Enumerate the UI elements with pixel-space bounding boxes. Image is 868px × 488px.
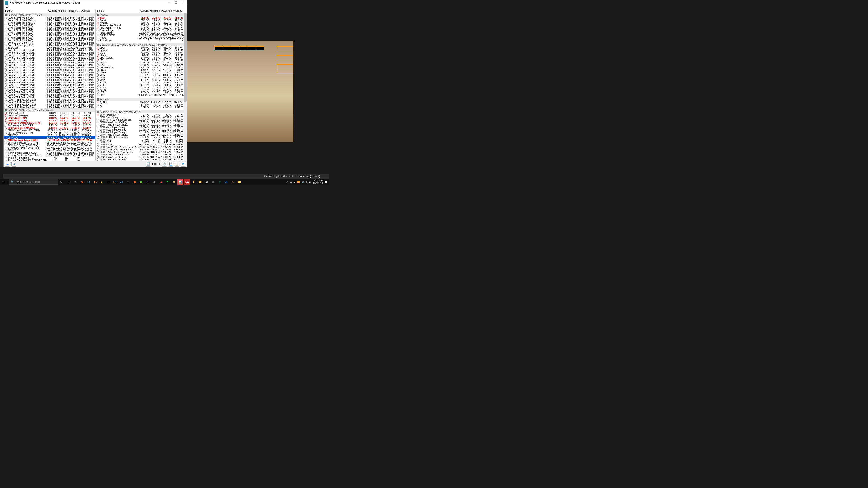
- sensor-row[interactable]: GPU Power28.122 W28.122 W30.398 W28.909 …: [96, 143, 187, 146]
- sensor-row[interactable]: GPU PCIe +12V Input Voltage12.258 V12.25…: [96, 119, 187, 121]
- sensor-row[interactable]: Core 7 T0 Effective Clock4,400.0 MHz4,40…: [4, 84, 95, 86]
- sensor-row[interactable]: Core 5 T0 Effective Clock4,400.0 MHz4,40…: [4, 74, 95, 76]
- col-header[interactable]: Average: [81, 9, 92, 13]
- sensor-row[interactable]: CPU SoC Power (SVI2 TFN)18.566 W18.566 W…: [4, 144, 95, 147]
- titlebar[interactable]: HWiNFO64 v6.34-4300 Sensor Status [159 v…: [4, 0, 187, 5]
- tray-icon[interactable]: ☁: [290, 181, 292, 183]
- col-sensor[interactable]: Sensor: [96, 9, 138, 13]
- sensor-row[interactable]: Core 1 T0 Effective Clock4,400.0 MHz4,40…: [4, 54, 95, 56]
- col-header[interactable]: Maximum: [69, 9, 81, 13]
- sensor-row[interactable]: CPU3,498 RPM3,488 RPM3,498 RPM3,496 RPM: [96, 94, 187, 96]
- sensor-row[interactable]: Flow1199.100 L/h198.300 L/h199.700 L/h19…: [96, 36, 187, 39]
- settings-button[interactable]: ✖: [181, 162, 186, 166]
- sensor-row[interactable]: 3VSB3.324 V3.324 V3.328 V3.327 V: [96, 86, 187, 89]
- sensor-row[interactable]: Core 5 T1 Effective Clock4,400.0 MHz4,40…: [4, 76, 95, 78]
- sensor-row[interactable]: GPU FBVDD Input Power (sum)8.960 W8.664 …: [96, 151, 187, 153]
- sensor-row[interactable]: CPU EDC225.882 A225.793 A226.435 A225.98…: [4, 136, 95, 139]
- sensor-row[interactable]: Core 3 T1 Effective Clock4,400.0 MHz4,40…: [4, 66, 95, 69]
- sensor-row[interactable]: VIN60.820 V0.820 V0.822 V0.821 V: [96, 76, 187, 78]
- expand-button[interactable]: ⇄: [5, 162, 10, 166]
- taskbar-app[interactable]: ≡: [171, 179, 177, 185]
- taskbar-app[interactable]: 📁: [197, 179, 203, 185]
- taskbar-app[interactable]: 📊: [178, 179, 183, 185]
- sensor-row[interactable]: CPU CCD2 (Tdie)57.3 °C55.5 °C57.3 °C56.5…: [4, 119, 95, 122]
- taskbar-app[interactable]: ✎: [125, 179, 131, 185]
- sensor-row[interactable]: CPU PPT148.158 W146.550 W148.158 W147.48…: [4, 149, 95, 151]
- tray-icon[interactable]: ᐱ: [286, 181, 288, 183]
- sensor-row[interactable]: AVSB3.324 V3.324 V3.328 V3.327 V: [96, 89, 187, 91]
- taskbar-app[interactable]: Ps: [112, 179, 118, 185]
- sensor-row[interactable]: Fan2 Voltage12.170 V12.160 V12.170 V12.1…: [96, 31, 187, 34]
- sensor-row[interactable]: Core 4 T1 Effective Clock4,400.0 MHz4,40…: [4, 71, 95, 74]
- sensor-row[interactable]: V24.095 V4.095 V4.095 V4.095 V: [96, 106, 187, 108]
- sensor-row[interactable]: Vcore1.240 V1.240 V1.240 V1.240 V: [96, 71, 187, 74]
- taskbar-app[interactable]: ◎: [119, 179, 124, 185]
- taskbar-app[interactable]: z: [164, 179, 170, 185]
- sensor-row[interactable]: V11.056 V1.056 V1.056 V1.056 V: [96, 103, 187, 106]
- sensor-row[interactable]: Core 1 Clock (perf #10/11)4,400.3 MHz4,4…: [4, 19, 95, 22]
- sensor-row[interactable]: GPU 8-pin #2 Input Power7.643 W7.561 W9.…: [96, 158, 187, 161]
- sensor-row[interactable]: Core 9 T0 Effective Clock4,400.0 MHz4,40…: [4, 94, 95, 96]
- tray-icon[interactable]: 🔊: [302, 181, 304, 183]
- taskbar-app[interactable]: ●: [99, 179, 105, 185]
- sensor-row[interactable]: CPU NB/SoC1.174 V1.174 V1.174 V1.174 V: [96, 66, 187, 69]
- col-header[interactable]: Current: [138, 9, 150, 13]
- sensor-row[interactable]: GPU 8-pin #2 Input Voltage12.229 V12.229…: [96, 123, 187, 126]
- sensor-row[interactable]: SoC Voltage (SVI2 TFN)1.131 V1.131 V1.13…: [4, 124, 95, 127]
- sensor-row[interactable]: GPU Core Voltage0.731 V0.731 V0.731 V0.7…: [96, 116, 187, 119]
- sensor-row[interactable]: GPU Misc3 Input Voltage12.258 V12.258 V1…: [96, 131, 187, 133]
- sensor-row[interactable]: GPU Core (NVVDD) Input Power (sum)11.082…: [96, 146, 187, 148]
- sensor-row[interactable]: Inlet25.0 °C25.0 °C25.0 °C25.0 °C: [96, 17, 187, 19]
- sensor-row[interactable]: +12V12.288 V12.264 V12.288 V12.283 V: [96, 61, 187, 64]
- sensor-row[interactable]: Outlet25.3 °C25.3 °C25.3 °C25.3 °C: [96, 19, 187, 22]
- taskbar-app[interactable]: ▦: [138, 179, 144, 185]
- sensor-row[interactable]: Fan Amplifier Temp123.8 °C23.7 °C23.9 °C…: [96, 24, 187, 26]
- sensor-row[interactable]: GPU Fan10 RPM0 RPM0 RPM0 RPM: [96, 138, 187, 141]
- clock-button[interactable]: 🕐: [162, 162, 167, 166]
- sensor-row[interactable]: MOS41.0 °C40.0 °C41.0 °C40.6 °C: [96, 51, 187, 54]
- sensor-row[interactable]: CPU Socket37.0 °C36.0 °C37.0 °C36.8 °C: [96, 56, 187, 59]
- sensor-row[interactable]: Fan Amplifier Temp223.8 °C23.7 °C23.9 °C…: [96, 26, 187, 29]
- tray-icon[interactable]: 📶: [297, 181, 300, 183]
- sensor-row[interactable]: Core 0 T1 Effective Clock4,400.0 MHz4,40…: [4, 51, 95, 54]
- sensor-row[interactable]: Core 6 T1 Effective Clock4,400.0 MHz4,40…: [4, 81, 95, 84]
- sensor-row[interactable]: Core 6 Clock (perf #7/8)4,400.3 MHz4,400…: [4, 31, 95, 34]
- sensor-row[interactable]: CPU TDC95.611 A94.564 A95.611 A95.165 A: [4, 134, 95, 136]
- sensor-row[interactable]: CPU Core Power (SVI2 TFN)114.241 W110.47…: [4, 141, 95, 144]
- col-header[interactable]: Minimum: [58, 9, 69, 13]
- sensor-group[interactable]: CPU [#0]: AMD Ryzen 9 3900XT: [4, 13, 95, 17]
- taskbar-app[interactable]: ◉: [79, 179, 85, 185]
- tray-icon[interactable]: ●: [294, 181, 295, 183]
- sensor-row[interactable]: VTT1.834 V1.834 V1.836 V1.836 V: [96, 84, 187, 86]
- sensor-row[interactable]: VIN71.536 V1.536 V1.538 V1.538 V: [96, 78, 187, 81]
- sensor-row[interactable]: Core 8 T1 Effective Clock4,400.0 MHz4,40…: [4, 91, 95, 94]
- sensor-row[interactable]: Core 4 Clock (perf #2/9)4,400.3 MHz4,400…: [4, 26, 95, 29]
- sensor-row[interactable]: Core+SoC Power (SVI2 TFN)132.806 W129.04…: [4, 147, 95, 149]
- sensor-row[interactable]: +5V5.040 V5.040 V5.040 V5.040 V: [96, 64, 187, 66]
- col-header[interactable]: Minimum: [150, 9, 161, 13]
- sensor-row[interactable]: GPU Misc2 Input Voltage12.261 V12.260 V1…: [96, 128, 187, 131]
- sensor-row[interactable]: GPU Temperature37 °C37 °C38 °C37 °C: [96, 113, 187, 116]
- sensor-row[interactable]: Core 2 T1 Effective Clock4,400.0 MHz4,40…: [4, 61, 95, 64]
- sensor-row[interactable]: T_SEN1216.0 °C216.0 °C216.0 °C216.0 °C: [96, 101, 187, 103]
- col-header[interactable]: Current: [46, 9, 58, 13]
- sensor-row[interactable]: Core 3 Clock (perf #1/2)4,400.3 MHz4,400…: [4, 24, 95, 26]
- taskbar-app[interactable]: ✉: [86, 179, 92, 185]
- collapse-button[interactable]: ⇉: [11, 162, 16, 166]
- sensor-row[interactable]: Core 11 Clock (perf #5/5)4,400.3 MHz4,40…: [4, 44, 95, 46]
- sensor-row[interactable]: GPU 8-pin #3 Input Voltage12.263 V12.263…: [96, 133, 187, 136]
- col-header[interactable]: Average: [173, 9, 184, 13]
- sensor-row[interactable]: VIN50.896 V0.896 V0.898 V0.897 V: [96, 74, 187, 76]
- sensor-row[interactable]: PUMP SPEED3,783 RPM3,783 RPM3,783 RPM3,7…: [96, 34, 187, 36]
- taskbar-app[interactable]: 64: [184, 179, 190, 185]
- sensor-group[interactable]: MSI MPG B550 GAMING CARBON WIFI (MS-7C90…: [96, 43, 187, 46]
- sensor-row[interactable]: Core 10 T1 Effective Clock4,399.9 MHz4,3…: [4, 101, 95, 103]
- sensor-row[interactable]: Core 9 Clock (perf #4/6)4,400.3 MHz4,400…: [4, 39, 95, 41]
- tray-lang[interactable]: ENG: [306, 181, 311, 183]
- tray-clock[interactable]: 6:21 PM11/4/2020: [313, 180, 323, 184]
- sensor-row[interactable]: Core 0 Clock (perf #9/12)4,400.3 MHz4,40…: [4, 17, 95, 19]
- taskbar-app[interactable]: ▤: [210, 179, 216, 185]
- close-button[interactable]: ✕: [180, 0, 186, 5]
- sensor-row[interactable]: Thermal Throttling (PROCHOT CPU)NoNoNo: [4, 159, 95, 161]
- system-tray[interactable]: ᐱ ☁ ● 📶 🔊 ENG 6:21 PM11/4/2020 💬: [286, 180, 329, 184]
